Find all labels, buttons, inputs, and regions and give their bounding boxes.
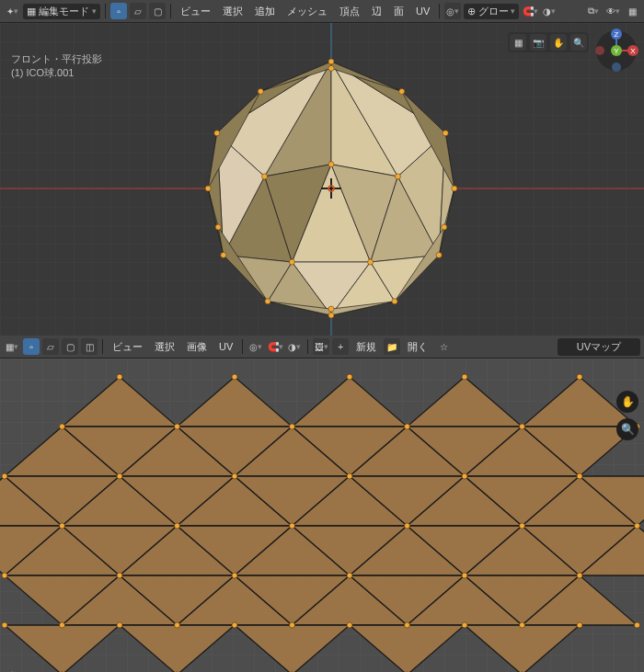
- svg-point-48: [577, 374, 582, 380]
- viewport-3d[interactable]: フロント・平行投影 (1) ICO球.001 ▦ 📷 ✋ 🔍 X Z Y: [0, 23, 644, 336]
- uvmap-dropdown[interactable]: UVマップ: [558, 338, 640, 356]
- svg-point-69: [577, 573, 582, 578]
- orientation-dropdown[interactable]: ⊕ グロー...▾: [464, 4, 519, 19]
- svg-point-73: [290, 622, 295, 628]
- uv-zoom-icon[interactable]: 🔍: [616, 418, 638, 440]
- open-label[interactable]: 開く: [403, 340, 432, 354]
- menu-select[interactable]: 選択: [218, 5, 247, 18]
- camera-icon[interactable]: 📷: [530, 34, 546, 51]
- svg-point-60: [405, 523, 410, 529]
- open-image-icon[interactable]: 📁: [384, 338, 400, 355]
- menu-view[interactable]: ビュー: [176, 5, 215, 18]
- proportional-edit-icon[interactable]: ◑▾: [541, 3, 558, 19]
- pin-icon[interactable]: ☆: [435, 338, 452, 355]
- overlay-info: フロント・平行投影 (1) ICO球.001: [11, 52, 102, 80]
- menu-edge[interactable]: 辺: [367, 5, 386, 18]
- new-image-button[interactable]: +: [332, 338, 349, 355]
- menu-add[interactable]: 追加: [250, 5, 280, 18]
- svg-point-16: [221, 252, 226, 257]
- new-label[interactable]: 新規: [351, 340, 381, 354]
- uv-select-mode-vertex[interactable]: ▫: [23, 338, 40, 355]
- svg-point-9: [443, 131, 448, 136]
- svg-point-35: [595, 46, 604, 55]
- snap-icon[interactable]: 🧲▾: [522, 3, 538, 19]
- xray-icon[interactable]: ▦: [624, 3, 640, 19]
- svg-point-55: [577, 473, 582, 479]
- svg-point-2: [328, 162, 334, 167]
- grid-icon[interactable]: ▦: [510, 34, 526, 51]
- svg-point-22: [215, 224, 221, 230]
- svg-point-40: [60, 424, 65, 429]
- svg-point-44: [347, 374, 352, 380]
- svg-point-64: [2, 573, 7, 578]
- svg-point-65: [117, 573, 122, 578]
- svg-point-47: [520, 424, 525, 429]
- svg-point-51: [117, 473, 122, 479]
- nav-gizmo[interactable]: X Z Y: [594, 28, 638, 73]
- uv-menu-select[interactable]: 選択: [150, 340, 179, 354]
- editor-type-uv-icon[interactable]: ▦▾: [4, 338, 20, 355]
- menu-vertex[interactable]: 頂点: [335, 5, 364, 18]
- uv-select-mode-island[interactable]: ◫: [81, 338, 98, 355]
- svg-point-20: [328, 306, 334, 312]
- select-mode-edge[interactable]: ▱: [130, 3, 146, 19]
- svg-point-77: [2, 622, 7, 628]
- svg-point-10: [214, 131, 220, 136]
- svg-point-75: [520, 622, 525, 628]
- svg-text:X: X: [630, 47, 636, 55]
- uv-pan-icon[interactable]: ✋: [616, 391, 638, 413]
- svg-point-17: [452, 186, 457, 191]
- menu-face[interactable]: 面: [389, 5, 408, 18]
- uv-menu-uv[interactable]: UV: [214, 341, 237, 352]
- svg-point-46: [462, 374, 467, 380]
- image-browse-icon[interactable]: 🖼▾: [313, 338, 329, 355]
- svg-point-41: [175, 424, 180, 429]
- select-mode-vertex[interactable]: ▫: [110, 3, 127, 19]
- uv-menu-view[interactable]: ビュー: [108, 340, 147, 354]
- svg-point-8: [395, 174, 400, 179]
- svg-point-36: [612, 63, 621, 72]
- uv-select-mode-face[interactable]: ▢: [62, 338, 78, 355]
- header-uv: ▦▾ ▫ ▱ ▢ ◫ ビュー 選択 画像 UV ◎▾ 🧲▾ ◑▾ 🖼▾ + 新規…: [0, 336, 644, 359]
- uv-editor[interactable]: ✋ 🔍: [0, 359, 644, 672]
- svg-point-71: [60, 622, 65, 628]
- svg-point-39: [117, 374, 122, 380]
- svg-point-82: [347, 622, 352, 628]
- svg-point-84: [462, 622, 467, 628]
- svg-point-57: [60, 523, 65, 529]
- svg-point-43: [290, 424, 295, 429]
- svg-point-50: [2, 473, 7, 479]
- zoom-icon[interactable]: 🔍: [570, 34, 587, 51]
- uv-pivot-icon[interactable]: ◎▾: [247, 338, 264, 355]
- svg-point-62: [635, 523, 640, 529]
- svg-point-76: [635, 622, 640, 628]
- svg-point-14: [258, 88, 263, 94]
- svg-point-12: [265, 299, 270, 304]
- uv-snap-icon[interactable]: 🧲▾: [267, 338, 283, 355]
- pan-icon[interactable]: ✋: [550, 34, 567, 51]
- svg-point-54: [462, 473, 467, 479]
- uv-menu-image[interactable]: 画像: [182, 340, 212, 354]
- uv-proportional-icon[interactable]: ◑▾: [286, 338, 303, 355]
- svg-point-5: [328, 313, 334, 318]
- svg-point-80: [232, 622, 237, 628]
- svg-point-68: [462, 573, 467, 578]
- uv-select-mode-edge[interactable]: ▱: [42, 338, 59, 355]
- uv-overlay-buttons: ✋ 🔍: [616, 391, 638, 440]
- transform-pivot-icon[interactable]: ◎▾: [444, 3, 461, 19]
- overlay-buttons: ▦ 📷 ✋ 🔍: [508, 32, 589, 52]
- select-mode-face[interactable]: ▢: [149, 3, 166, 19]
- mesh-filter-icon[interactable]: ⧉▾: [585, 3, 602, 19]
- svg-point-78: [117, 622, 122, 628]
- show-overlays-icon[interactable]: 👁▾: [604, 3, 621, 19]
- editor-type-icon[interactable]: ✦▾: [4, 3, 20, 19]
- svg-point-66: [232, 573, 237, 578]
- svg-point-58: [175, 523, 180, 529]
- menu-uv[interactable]: UV: [411, 6, 434, 17]
- svg-point-13: [399, 88, 405, 94]
- svg-point-4: [368, 259, 374, 265]
- menu-mesh[interactable]: メッシュ: [282, 5, 332, 18]
- mode-dropdown[interactable]: ▦ 編集モード ▾: [23, 4, 100, 19]
- projection-label: フロント・平行投影: [11, 52, 102, 66]
- svg-point-7: [262, 174, 268, 179]
